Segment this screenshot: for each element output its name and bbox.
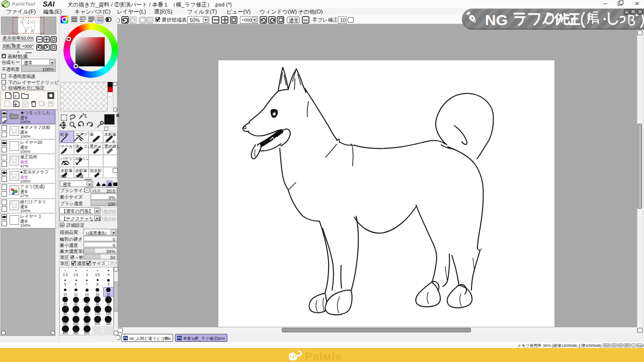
svg-text:Palмie: Palмie — [305, 350, 342, 362]
svg-text:NG: NG — [485, 12, 508, 28]
